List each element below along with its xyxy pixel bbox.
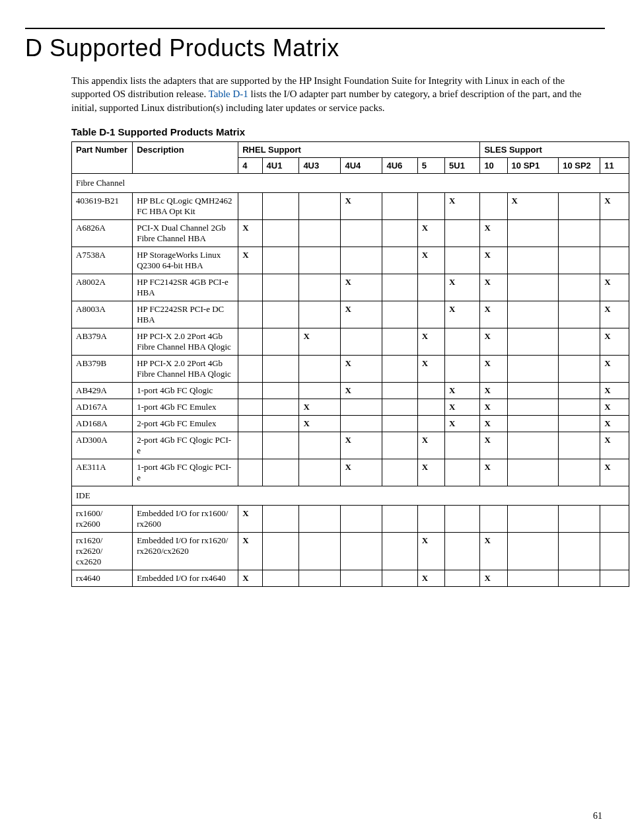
cell-support-mark: [262, 415, 299, 432]
cell-support-mark: [238, 274, 262, 301]
cell-support-mark: X: [600, 432, 629, 459]
cell-support-mark: X: [417, 570, 444, 586]
cell-support-mark: [559, 532, 600, 570]
table-d1-link[interactable]: Table D-1: [209, 89, 248, 99]
cell-support-mark: [341, 399, 382, 415]
cell-support-mark: X: [507, 192, 559, 219]
th-col: 4U1: [262, 157, 299, 173]
cell-description: HP PCI-X 2.0 2Port 4Gb Fibre Channel HBA…: [133, 355, 238, 382]
cell-support-mark: [480, 505, 507, 532]
cell-support-mark: [417, 415, 444, 432]
cell-support-mark: [299, 532, 341, 570]
th-col: 4U3: [299, 157, 341, 173]
cell-part-number: AE311A: [72, 459, 133, 486]
cell-support-mark: [507, 505, 559, 532]
cell-support-mark: X: [445, 301, 480, 328]
cell-support-mark: [382, 532, 417, 570]
section-row: IDE: [72, 486, 629, 505]
cell-support-mark: X: [238, 505, 262, 532]
table-row: AD168A2-port 4Gb FC EmulexXXXX: [72, 415, 629, 432]
cell-support-mark: [341, 505, 382, 532]
cell-support-mark: X: [299, 328, 341, 355]
cell-support-mark: [445, 570, 480, 586]
cell-support-mark: X: [299, 399, 341, 415]
cell-support-mark: X: [600, 301, 629, 328]
cell-support-mark: [507, 328, 559, 355]
cell-support-mark: X: [600, 274, 629, 301]
cell-support-mark: [299, 459, 341, 486]
cell-support-mark: X: [417, 532, 444, 570]
cell-support-mark: X: [480, 399, 507, 415]
cell-description: Embedded I/O for rx4640: [133, 570, 238, 586]
cell-support-mark: [262, 382, 299, 399]
table-row: AD167A1-port 4Gb FC EmulexXXXX: [72, 399, 629, 415]
table-row: AD300A2-port 4Gb FC Qlogic PCI-eXXXX: [72, 432, 629, 459]
cell-description: 2-port 4Gb FC Emulex: [133, 415, 238, 432]
cell-support-mark: X: [238, 570, 262, 586]
cell-part-number: AD168A: [72, 415, 133, 432]
cell-support-mark: [341, 247, 382, 274]
cell-support-mark: X: [600, 459, 629, 486]
cell-support-mark: X: [445, 382, 480, 399]
cell-support-mark: [382, 570, 417, 586]
cell-support-mark: [382, 192, 417, 219]
cell-support-mark: [341, 532, 382, 570]
cell-support-mark: [341, 328, 382, 355]
cell-support-mark: [507, 355, 559, 382]
cell-support-mark: [507, 415, 559, 432]
th-col: 10: [480, 157, 507, 173]
cell-support-mark: [262, 328, 299, 355]
cell-support-mark: [238, 415, 262, 432]
cell-support-mark: X: [417, 219, 444, 247]
cell-support-mark: [559, 355, 600, 382]
table-row: 403619-B21HP BLc QLogic QMH2462 FC HBA O…: [72, 192, 629, 219]
th-col: 5U1: [445, 157, 480, 173]
cell-support-mark: [382, 219, 417, 247]
th-col: 10 SP1: [507, 157, 559, 173]
cell-support-mark: X: [341, 355, 382, 382]
cell-support-mark: X: [480, 328, 507, 355]
cell-support-mark: [238, 328, 262, 355]
cell-support-mark: X: [600, 399, 629, 415]
cell-support-mark: X: [600, 415, 629, 432]
cell-support-mark: [341, 415, 382, 432]
cell-support-mark: X: [417, 247, 444, 274]
cell-support-mark: [262, 459, 299, 486]
cell-support-mark: [445, 328, 480, 355]
th-description: Description: [133, 141, 238, 173]
cell-part-number: A8003A: [72, 301, 133, 328]
cell-support-mark: [559, 399, 600, 415]
cell-support-mark: [559, 459, 600, 486]
cell-description: HP StorageWorks Linux Q2300 64-bit HBA: [133, 247, 238, 274]
cell-support-mark: [299, 432, 341, 459]
cell-support-mark: [238, 382, 262, 399]
cell-support-mark: [559, 382, 600, 399]
cell-support-mark: [600, 219, 629, 247]
cell-support-mark: [600, 505, 629, 532]
cell-support-mark: [559, 505, 600, 532]
cell-part-number: A8002A: [72, 274, 133, 301]
cell-description: HP BLc QLogic QMH2462 FC HBA Opt Kit: [133, 192, 238, 219]
table-row: rx4640Embedded I/O for rx4640XXX: [72, 570, 629, 586]
section-spacer: [600, 173, 629, 192]
cell-support-mark: [262, 219, 299, 247]
cell-part-number: AB429A: [72, 382, 133, 399]
cell-support-mark: X: [600, 382, 629, 399]
cell-support-mark: X: [299, 415, 341, 432]
cell-support-mark: [417, 274, 444, 301]
cell-support-mark: X: [417, 432, 444, 459]
cell-support-mark: X: [480, 459, 507, 486]
cell-support-mark: [238, 399, 262, 415]
cell-support-mark: [382, 328, 417, 355]
cell-support-mark: [559, 219, 600, 247]
cell-support-mark: [600, 570, 629, 586]
cell-support-mark: [341, 570, 382, 586]
cell-support-mark: X: [445, 399, 480, 415]
cell-description: 1-port 4Gb FC Emulex: [133, 399, 238, 415]
cell-support-mark: [507, 532, 559, 570]
cell-part-number: rx1620/ rx2620/ cx2620: [72, 532, 133, 570]
cell-support-mark: X: [600, 192, 629, 219]
section-label: Fibre Channel: [72, 173, 600, 192]
cell-part-number: 403619-B21: [72, 192, 133, 219]
cell-description: PCI-X Dual Channel 2Gb Fibre Channel HBA: [133, 219, 238, 247]
